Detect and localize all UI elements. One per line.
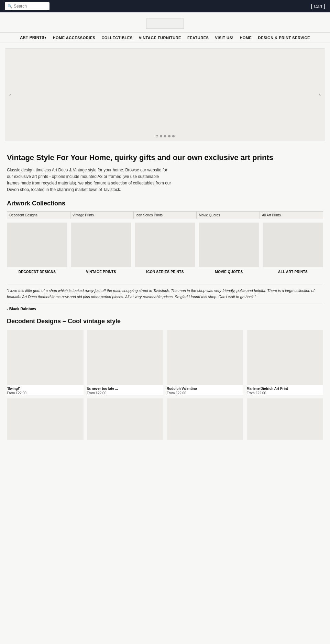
collection-cards: Decodent Designs Vintage Prints Icon Ser…	[7, 223, 323, 274]
collection-card-img-vintage	[71, 223, 131, 267]
product-card-8[interactable]	[247, 398, 323, 440]
dot-1[interactable]	[156, 135, 158, 137]
collection-tab-decodent[interactable]: Decodent Designs	[7, 211, 70, 219]
product-name-4: Marlene Dietrich Art Print	[247, 387, 323, 391]
top-bar: 🔍 [ Cart ]	[0, 0, 330, 12]
collection-tab-vintage[interactable]: Vintage Prints	[70, 211, 134, 219]
collection-card-decodent[interactable]: Decodent Designs	[7, 223, 67, 274]
collection-card-img-movie	[199, 223, 259, 267]
collection-tab-all[interactable]: All Art Prints	[260, 211, 323, 219]
collection-card-label-all: All Art Prints	[263, 270, 323, 274]
search-box[interactable]: 🔍	[5, 2, 50, 10]
main-nav: ART PRINTS▾ HOME ACCESSORIES COLLECTIBLE…	[0, 32, 330, 43]
logo[interactable]	[146, 19, 184, 29]
hero-prev-button[interactable]: ‹	[7, 90, 13, 100]
product-card-1[interactable]: 'Swing!' From £22.00	[7, 330, 84, 395]
product-img-3	[167, 330, 243, 385]
search-input[interactable]	[14, 4, 47, 9]
collection-tab-movie[interactable]: Movie Quotes	[197, 211, 260, 219]
product-price-3: From £22.00	[167, 391, 243, 395]
nav-item-collectibles[interactable]: COLLECTIBLES	[101, 36, 132, 40]
collection-card-img-all	[263, 223, 323, 267]
nav-item-design-print[interactable]: DESIGN & PRINT SERVICE	[258, 36, 310, 40]
nav-item-vintage-furniture[interactable]: VINTAGE FURNITURE	[139, 36, 181, 40]
product-card-7[interactable]	[167, 398, 243, 440]
hero-dots	[156, 135, 175, 137]
collection-card-img-icon	[135, 223, 195, 267]
product-card-3[interactable]: Rudolph Valentino From £22.00	[167, 330, 243, 395]
product-name-3: Rudolph Valentino	[167, 387, 243, 391]
collection-card-movie[interactable]: Movie Quotes	[199, 223, 259, 274]
decodent-section-title: Decodent Designs – Cool vintage style	[7, 318, 323, 325]
product-price-2: From £22.00	[87, 391, 164, 395]
product-name-2: Its never too late ...	[87, 387, 164, 391]
product-card-4[interactable]: Marlene Dietrich Art Print From £22.00	[247, 330, 323, 395]
hero-next-button[interactable]: ›	[317, 90, 323, 100]
collection-card-icon[interactable]: Icon Series Prints	[135, 223, 195, 274]
page-description: Classic design, timeless Art Deco & Vint…	[7, 167, 172, 193]
nav-item-art-prints[interactable]: ART PRINTS▾	[20, 35, 47, 40]
product-card-5[interactable]	[7, 398, 84, 440]
cart-label: Cart	[314, 4, 322, 9]
collection-card-vintage[interactable]: Vintage Prints	[71, 223, 131, 274]
product-card-2[interactable]: Its never too late ... From £22.00	[87, 330, 164, 395]
product-card-6[interactable]	[87, 398, 164, 440]
product-name-1: 'Swing!'	[7, 387, 84, 391]
collection-card-img-decodent	[7, 223, 67, 267]
nav-item-home[interactable]: HOME	[240, 36, 252, 40]
product-price-4: From £22.00	[247, 391, 323, 395]
nav-item-visit-us[interactable]: VISIT US!	[215, 36, 233, 40]
search-icon: 🔍	[8, 4, 12, 9]
collection-card-all[interactable]: All Art Prints	[263, 223, 323, 274]
collection-card-label-vintage: Vintage Prints	[71, 270, 131, 274]
product-img-2	[87, 330, 164, 385]
testimonial: "I love this little gem of a shop which …	[7, 284, 323, 304]
product-price-1: From £22.00	[7, 391, 84, 395]
collection-tab-icon[interactable]: Icon Series Prints	[134, 211, 197, 219]
collection-card-label-decodent: Decodent Designs	[7, 270, 67, 274]
dot-2[interactable]	[160, 135, 162, 137]
page-title: Vintage Style For Your Home, quirky gift…	[7, 153, 323, 163]
dot-4[interactable]	[168, 135, 170, 137]
main-content: Vintage Style For Your Home, quirky gift…	[0, 147, 330, 444]
products-grid: 'Swing!' From £22.00 Its never too late …	[7, 330, 323, 395]
product-img-4	[247, 330, 323, 385]
collection-card-label-movie: Movie Quotes	[199, 270, 259, 274]
dot-3[interactable]	[164, 135, 166, 137]
nav-item-features[interactable]: FEATURES	[187, 36, 209, 40]
collection-card-label-icon: Icon Series Prints	[135, 270, 195, 274]
hero-slider: ‹ ›	[5, 48, 325, 141]
collections-section-title: Artwork Collections	[7, 200, 323, 207]
nav-item-home-accessories[interactable]: HOME ACCESSORIES	[53, 36, 96, 40]
products-grid-2	[7, 398, 323, 440]
logo-area	[0, 12, 330, 32]
dot-5[interactable]	[172, 135, 175, 137]
cart-button[interactable]: [ Cart ]	[311, 3, 325, 9]
product-img-1	[7, 330, 84, 385]
testimonial-author: - Black Rainbow	[7, 307, 323, 311]
collection-tabs: Decodent Designs Vintage Prints Icon Ser…	[7, 211, 323, 219]
